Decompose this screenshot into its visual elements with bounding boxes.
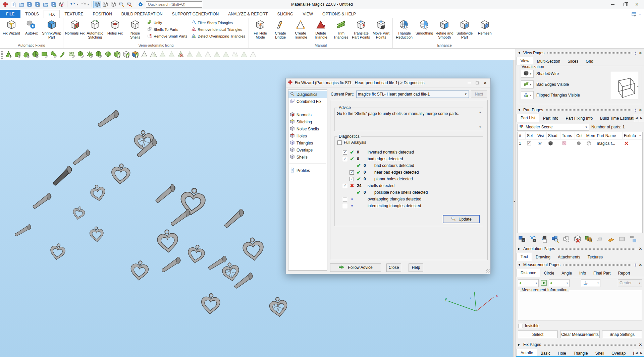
follow-advice-button[interactable]: Follow Advice xyxy=(330,263,381,272)
close-section-icon[interactable]: ✕ xyxy=(639,263,642,267)
heart-pendant-model[interactable] xyxy=(186,244,206,264)
triangle-tool-5-icon[interactable] xyxy=(185,50,194,59)
annotation-pages-tab-textures[interactable]: Textures xyxy=(584,253,606,261)
zoom-in-icon[interactable] xyxy=(117,1,125,8)
ribbon-button-smoothing[interactable]: Smoothing xyxy=(414,19,434,35)
snap-settings-button[interactable]: Snap Settings xyxy=(602,331,642,338)
diagnostic-checkbox[interactable] xyxy=(343,197,347,201)
ribbon-button-automatic-stitching[interactable]: Automatic Stitching xyxy=(85,19,105,39)
duplicate-part-icon[interactable]: + xyxy=(595,235,604,243)
star-selection-icon[interactable] xyxy=(86,50,95,59)
cone-shell-model[interactable] xyxy=(49,165,75,186)
triangle-tool-4-icon[interactable] xyxy=(167,50,176,59)
color-icon[interactable] xyxy=(575,139,585,147)
ribbon-button-noise-shells[interactable]: Noise Shells xyxy=(125,19,145,39)
view-pages-tab-multi-section[interactable]: Multi-Section xyxy=(533,58,564,65)
menu-tab-options-help[interactable]: OPTIONS & HELP xyxy=(318,10,361,18)
advice-scroll-down[interactable]: ▼ xyxy=(478,126,482,129)
import-part-icon[interactable]: + xyxy=(42,1,50,8)
close-section-icon[interactable]: ✕ xyxy=(639,51,642,55)
zoom-selected-icon[interactable] xyxy=(551,235,560,243)
ribbon-button-shells-to-parts[interactable]: Shells To Parts xyxy=(147,26,187,32)
dialog-close-action-button[interactable]: Close xyxy=(386,263,401,272)
fan-selection-icon[interactable] xyxy=(104,50,113,59)
quick-search-input[interactable] xyxy=(146,1,202,8)
column-header-[interactable]: # xyxy=(518,132,526,139)
ribbon-button-triangle-reduction[interactable]: Triangle Reduction xyxy=(394,19,414,39)
menu-tab-slicing[interactable]: SLICING xyxy=(272,10,298,18)
fix-wizard-nav-triangles[interactable]: Triangles xyxy=(288,139,327,146)
delete-part-icon[interactable] xyxy=(573,235,582,243)
unload-part-icon[interactable]: ✕ xyxy=(58,1,66,8)
ribbon-button-delete-triangle[interactable]: ✕Delete Triangle xyxy=(311,19,331,39)
heart-pendant-model[interactable] xyxy=(72,205,86,221)
view-preview-cube[interactable]: ◂ xyxy=(611,72,638,100)
ribbon-button-remove-identical-triangles[interactable]: ✕Remove Identical Triangles xyxy=(191,26,245,32)
triangle-tool-10-icon[interactable] xyxy=(230,50,239,59)
fix-wizard-nav-combined-fix[interactable]: Combined Fix xyxy=(288,98,327,105)
close-section-icon[interactable]: ✕ xyxy=(639,247,642,251)
fix-wizard-nav-noise-shells[interactable]: Noise Shells xyxy=(288,125,327,132)
restore-button[interactable] xyxy=(619,1,631,8)
full-analysis-checkbox[interactable] xyxy=(337,140,342,145)
delete-marked-icon[interactable]: ✕ xyxy=(176,50,185,59)
diagnostic-checkbox[interactable] xyxy=(343,150,347,155)
fix-wizard-nav-holes[interactable]: Holes xyxy=(288,132,327,139)
diagnostic-checkbox[interactable] xyxy=(343,184,347,188)
clear-measurements-button[interactable]: Clear Measurements xyxy=(560,331,600,338)
triangle-tool-2-icon[interactable] xyxy=(149,50,158,59)
cone-shell-model[interactable] xyxy=(95,109,121,127)
measurement-pages-tab-report[interactable]: Report xyxy=(614,270,634,277)
shading-icon[interactable] xyxy=(547,139,560,147)
triangle-tool-1-icon[interactable] xyxy=(140,50,149,59)
triangle-tool-9-icon[interactable] xyxy=(221,50,230,59)
pie-selection-icon[interactable] xyxy=(95,50,104,59)
ribbon-button-fill-hole-mode[interactable]: Fill Hole Mode xyxy=(250,19,270,39)
cone-shell-model[interactable] xyxy=(221,207,247,228)
advice-scroll-up[interactable]: ▲ xyxy=(478,111,482,114)
invisible-checkbox[interactable] xyxy=(519,324,523,328)
mark-shell-icon[interactable] xyxy=(31,50,40,59)
find-part-icon[interactable] xyxy=(584,235,593,243)
bad-edges-visible-dropdown[interactable]: ▾ xyxy=(521,80,534,88)
machine-properties-icon[interactable] xyxy=(618,235,626,243)
transform-icon[interactable] xyxy=(560,139,575,147)
collapse-ribbon-icon[interactable]: ⌃ xyxy=(639,13,641,17)
view-pages-tab-view[interactable]: View xyxy=(517,57,533,65)
ribbon-button-create-bridge[interactable]: Create Bridge xyxy=(270,19,290,39)
close-section-icon[interactable]: ✕ xyxy=(639,108,642,112)
diagnostic-checkbox[interactable] xyxy=(343,157,347,161)
redo-caret[interactable]: ▾ xyxy=(88,3,90,6)
fix-wizard-nav-shells[interactable]: Shells xyxy=(288,154,327,161)
view-pages-tab-slices[interactable]: Slices xyxy=(564,58,582,65)
column-header-part-name[interactable]: Part Name xyxy=(595,132,623,139)
collapse-arrow-icon[interactable]: ▼ xyxy=(518,51,521,55)
heart-pendant-model[interactable] xyxy=(201,293,220,314)
ribbon-button-trim-triangles[interactable]: Trim Triangles xyxy=(331,19,351,39)
diagnostic-checkbox[interactable] xyxy=(343,204,347,208)
menu-tab-view[interactable]: VIEW xyxy=(298,10,318,18)
measurement-pages-tab-distance[interactable]: Distance xyxy=(517,269,540,277)
collapse-arrow-icon[interactable]: ▶ xyxy=(518,247,521,250)
toolbar-drag-handle[interactable] xyxy=(1,51,3,59)
column-header-sel[interactable]: Sel xyxy=(526,132,536,139)
ribbon-button-normals-fix[interactable]: Normals Fix xyxy=(65,19,85,35)
cone-shell-model[interactable] xyxy=(168,208,193,226)
menu-tab-position[interactable]: POSITION xyxy=(88,10,117,18)
zoom-to-part-icon[interactable] xyxy=(93,1,101,8)
close-section-icon[interactable]: ✕ xyxy=(639,343,642,347)
ribbon-button-create-triangle[interactable]: Create Triangle xyxy=(290,19,311,39)
heart-pendant-model[interactable] xyxy=(179,187,207,217)
ribbon-button-detect-overlapping-triangles[interactable]: Detect Overlapping Triangles xyxy=(191,33,245,39)
collapse-arrow-icon[interactable]: ▼ xyxy=(518,108,521,112)
measurement-pages-header[interactable]: ▼ Measurement Pages ⊹ ✕ xyxy=(516,261,644,269)
dialog-help-button[interactable]: Help xyxy=(409,263,423,272)
platform-icon[interactable] xyxy=(606,235,615,243)
export-part-icon[interactable]: → xyxy=(50,1,58,8)
part-pages-tab-part-fixing-info[interactable]: Part Fixing Info xyxy=(562,115,596,122)
mark-triangle-icon[interactable] xyxy=(4,50,13,59)
open-file-icon[interactable] xyxy=(17,1,25,8)
select-all-parts-icon[interactable]: ✓ xyxy=(518,235,527,243)
column-chevron-icon[interactable]: ⌄ xyxy=(639,133,641,137)
ribbon-button-filter-sharp-triangles[interactable]: Filter Sharp Triangles xyxy=(191,20,245,25)
